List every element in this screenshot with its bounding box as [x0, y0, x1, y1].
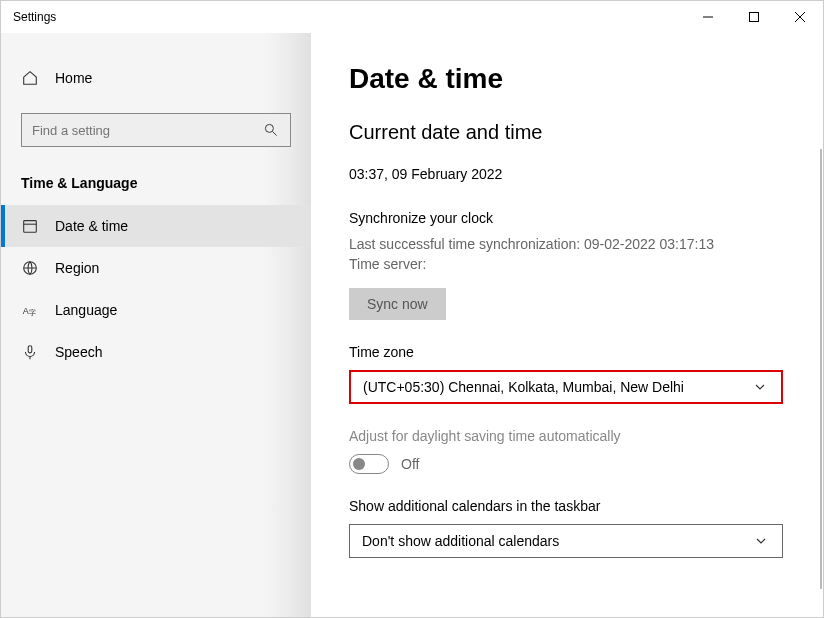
time-server-text: Time server: — [349, 256, 783, 272]
toggle-knob — [353, 458, 365, 470]
sync-heading: Synchronize your clock — [349, 210, 783, 226]
calendars-heading: Show additional calendars in the taskbar — [349, 498, 783, 514]
globe-icon — [21, 259, 39, 277]
titlebar: Settings — [1, 1, 823, 33]
scrollbar[interactable] — [820, 149, 822, 589]
microphone-icon — [21, 343, 39, 361]
svg-point-4 — [265, 124, 273, 132]
window-title: Settings — [13, 10, 56, 24]
home-icon — [21, 69, 39, 87]
language-icon: A字 — [21, 301, 39, 319]
timezone-heading: Time zone — [349, 344, 783, 360]
nav-speech[interactable]: Speech — [1, 331, 311, 373]
timezone-dropdown[interactable]: (UTC+05:30) Chennai, Kolkata, Mumbai, Ne… — [349, 370, 783, 404]
maximize-button[interactable] — [731, 1, 777, 33]
svg-rect-1 — [750, 13, 759, 22]
window-controls — [685, 1, 823, 33]
page-title: Date & time — [349, 63, 783, 95]
content-area: Date & time Current date and time 03:37,… — [311, 33, 823, 617]
dst-toggle[interactable] — [349, 454, 389, 474]
nav-label: Region — [55, 260, 99, 276]
calendars-dropdown[interactable]: Don't show additional calendars — [349, 524, 783, 558]
clock-icon — [21, 217, 39, 235]
chevron-down-icon — [751, 378, 769, 396]
nav-label: Date & time — [55, 218, 128, 234]
nav-date-time[interactable]: Date & time — [1, 205, 311, 247]
dst-toggle-row: Off — [349, 454, 783, 474]
calendars-value: Don't show additional calendars — [362, 533, 559, 549]
chevron-down-icon — [752, 532, 770, 550]
home-label: Home — [55, 70, 92, 86]
sync-now-button[interactable]: Sync now — [349, 288, 446, 320]
svg-rect-11 — [28, 346, 32, 353]
nav-label: Language — [55, 302, 117, 318]
search-input[interactable] — [32, 123, 262, 138]
svg-text:字: 字 — [29, 308, 36, 317]
home-nav[interactable]: Home — [1, 61, 311, 95]
close-button[interactable] — [777, 1, 823, 33]
section-heading: Time & Language — [1, 175, 311, 205]
timezone-value: (UTC+05:30) Chennai, Kolkata, Mumbai, Ne… — [363, 379, 684, 395]
sidebar: Home Time & Language Date & time Region … — [1, 33, 311, 617]
current-datetime-value: 03:37, 09 February 2022 — [349, 166, 783, 182]
minimize-button[interactable] — [685, 1, 731, 33]
section-current-datetime: Current date and time — [349, 121, 783, 144]
svg-text:A: A — [23, 306, 29, 316]
nav-region[interactable]: Region — [1, 247, 311, 289]
search-box[interactable] — [21, 113, 291, 147]
svg-rect-6 — [24, 221, 37, 233]
nav-language[interactable]: A字 Language — [1, 289, 311, 331]
main: Home Time & Language Date & time Region … — [1, 33, 823, 617]
dst-label: Adjust for daylight saving time automati… — [349, 428, 783, 444]
dst-state: Off — [401, 456, 419, 472]
search-icon — [262, 121, 280, 139]
last-sync-text: Last successful time synchronization: 09… — [349, 236, 783, 252]
nav-label: Speech — [55, 344, 102, 360]
svg-line-5 — [273, 132, 277, 136]
